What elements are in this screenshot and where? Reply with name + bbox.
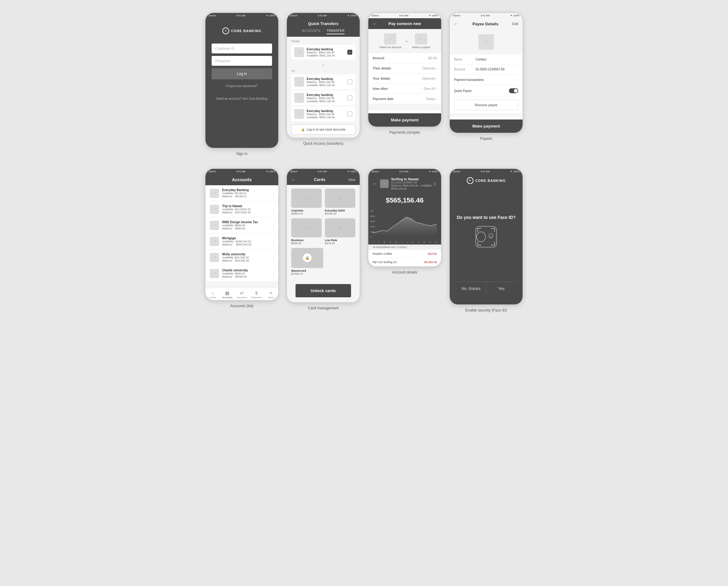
lock-icon: 🔒 [303, 253, 312, 262]
account-label: Account [454, 68, 473, 71]
from-account-box[interactable]: Select an account [379, 33, 401, 49]
table-row[interactable]: People's Coffee -$10.50 [368, 250, 441, 258]
nav-accounts-label: Accounts [222, 296, 232, 299]
card-name: Business [291, 238, 322, 242]
your-details-value: Optional › [422, 77, 437, 80]
check-icon[interactable] [347, 95, 352, 100]
list-item[interactable]: Business $658.00 [291, 218, 322, 245]
back-button[interactable]: ← [291, 177, 295, 182]
to-account-icon [415, 33, 427, 45]
acc-name: Molly university [222, 252, 269, 256]
nav-accounts[interactable]: ▤ Accounts [220, 291, 234, 299]
remove-payee-button[interactable]: Remove payee [454, 100, 518, 110]
check-icon[interactable] [347, 79, 352, 84]
payee-header: ← Payee Details Edit [450, 18, 523, 29]
time: 9:41 AM [236, 170, 245, 173]
star-icon[interactable]: ☆ [433, 181, 437, 186]
payee-account-row: Account 01-5555-1234567-00 [454, 65, 518, 74]
bluetooth-icon: ✦ [347, 170, 349, 173]
account-icon [210, 253, 219, 262]
list-item[interactable]: Airpoints $3864.53 [291, 189, 322, 215]
chart-svg [373, 210, 437, 235]
cards-header: ← Cards View [287, 174, 360, 185]
tab-accounts[interactable]: ACCOUNTS [302, 29, 320, 34]
make-payment-button[interactable]: Make payment [368, 113, 441, 127]
to-account-box[interactable]: Select a payee [412, 33, 430, 49]
account-name: Surfing in Hawaii [391, 177, 433, 181]
account-number: 12-1234-1234567-00 [391, 181, 433, 184]
payee-details-list: Name Contact Account 01-5555-1234567-00 … [450, 55, 523, 97]
chart-x-labels: JFMAM JJASO ND [373, 241, 437, 243]
list-item[interactable]: Charlie university Available: $896.00 Ba… [205, 266, 278, 282]
back-button[interactable]: ← [373, 181, 377, 186]
acc-available: Available: $896.00 [222, 224, 269, 227]
y-label: 1M [370, 210, 375, 212]
account-icon [294, 109, 304, 119]
screen-payee-details: Sketch 9:41 AM ✦ 100% ← Payee Details Ed… [449, 13, 523, 156]
view-button[interactable]: View [348, 178, 355, 181]
acc-name: Everyday banking [307, 77, 345, 80]
list-item[interactable]: 🔒 Mastercard $7049.70 [291, 248, 323, 275]
forgot-password-link[interactable]: Forgot your password? [212, 84, 272, 88]
list-item[interactable]: Everyday Debit $2030.30 [325, 189, 355, 215]
acc-balance: Balance: $565,156.46 [307, 97, 345, 100]
list-item[interactable]: Everyday Banking Available: $5156.01 Bal… [205, 185, 278, 201]
accounts-icon: ▤ [225, 291, 229, 295]
nav-home-label: Home [209, 296, 216, 299]
acc-available: Available: $5156.01 [222, 192, 269, 195]
time: 9:41 AM [399, 14, 408, 17]
transaction-date-header: 08 DECEMBER 2017 (TODAY) [368, 245, 441, 250]
screen2-label: Quick Access (transfers) [303, 141, 343, 146]
network: Sketch [209, 170, 216, 173]
how-often-row[interactable]: How often One off › [373, 84, 437, 94]
check-icon[interactable]: ✓ [347, 50, 352, 55]
edit-button[interactable]: Edit [512, 22, 518, 26]
acc-name: Everyday banking [307, 48, 345, 51]
your-details-row[interactable]: Your details Optional › [373, 73, 437, 84]
amount-row[interactable]: Amount $0.00 [373, 53, 437, 63]
their-details-row[interactable]: Their details Optional › [373, 63, 437, 73]
corner-bl [477, 242, 481, 245]
customer-id-field[interactable]: Customer ID [212, 44, 272, 53]
transaction-name: People's Coffee [373, 252, 392, 255]
list-item[interactable]: Low Rate $478.46 [325, 218, 355, 245]
nav-more[interactable]: ≡ More [264, 291, 278, 299]
list-item[interactable]: RMD Design Income Tax Available: $896.00… [205, 217, 278, 234]
unlock-cards-button[interactable]: Unlock cards [295, 284, 351, 297]
no-thanks-button[interactable]: No, thanks [456, 282, 486, 295]
quick-payee-toggle[interactable] [509, 88, 518, 93]
acc-name: Charlie university [222, 269, 269, 272]
nav-transfers[interactable]: ⇄ Transfers [234, 291, 249, 299]
back-button[interactable]: ← [373, 21, 377, 26]
nav-home[interactable]: ⌂ Home [205, 291, 220, 299]
list-item[interactable]: Trip to Hawaii Available: $10,5506.33 Ba… [205, 201, 278, 217]
login-more-accounts-btn[interactable]: 🔒 Log in to see more accounts [291, 124, 355, 135]
screen-quick-transfers: Sketch 9:41 AM ✦ 100% Quick Transfers AC… [286, 13, 360, 156]
password-field[interactable]: Password [212, 56, 272, 66]
payment-date-row[interactable]: Payment date Today › [373, 94, 437, 104]
list-item[interactable]: Molly university Available: $24,596.32 B… [205, 249, 278, 266]
to-account-2[interactable]: Everyday banking Balance: $565,156.46 Av… [291, 91, 355, 105]
tab-transfer[interactable]: TRANSFER [327, 29, 344, 34]
status-icons: ✦ 100% [266, 14, 275, 17]
bluetooth-icon: ✦ [266, 170, 268, 173]
yes-button[interactable]: Yes [486, 282, 517, 295]
payee-avatar-image [478, 34, 494, 50]
from-account[interactable]: Everyday banking Balance: $565,156.46 Av… [291, 45, 355, 59]
nav-payments[interactable]: $ Payments [249, 291, 264, 299]
login-button[interactable]: Log in [212, 68, 272, 79]
list-item[interactable]: Mortgage Available: -$180,042.02 Balance… [205, 234, 278, 249]
make-payment-button[interactable]: Make payment [450, 120, 523, 133]
back-button[interactable]: ← [454, 21, 459, 26]
to-account-1[interactable]: Everyday banking Balance: $565,156.46 Av… [291, 74, 355, 89]
chevron-right-icon: › [273, 223, 274, 227]
payment-transactions-row[interactable]: Payment transactions › [454, 74, 518, 85]
svg-marker-0 [373, 217, 437, 235]
account-info: Everyday banking Balance: $565,156.46 Av… [307, 93, 345, 103]
table-row[interactable]: Rip Curl Surfing Co. -$2,464.38 [368, 258, 441, 266]
how-often-label: How often [373, 87, 388, 91]
accounts-list: Everyday Banking Available: $5156.01 Bal… [205, 185, 278, 282]
check-icon[interactable] [347, 112, 352, 116]
to-account-3[interactable]: Everyday banking Balance: $565,156.46 Av… [291, 106, 355, 121]
join-link[interactable]: Need an account? Join Core Banking [212, 97, 272, 100]
